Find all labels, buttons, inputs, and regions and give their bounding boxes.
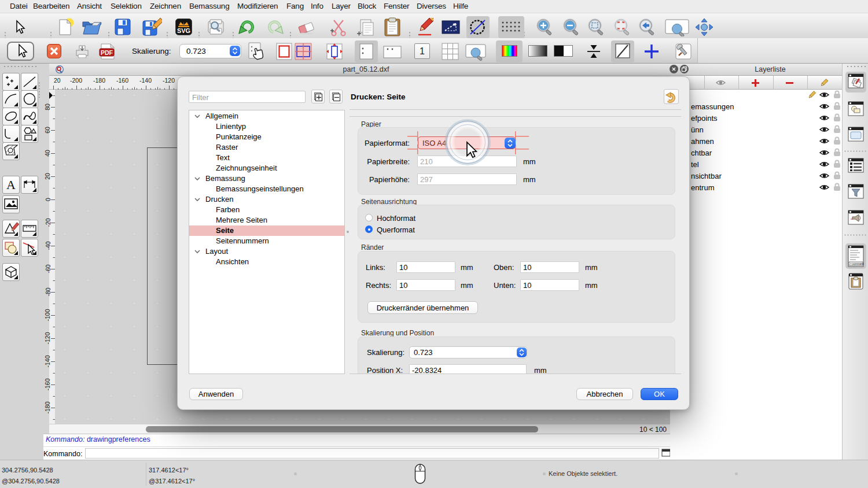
svg-text:A: A [6,178,16,192]
svg-text:> command: > command [850,263,864,265]
svg-text:SVG: SVG [177,27,190,34]
svg-text:PDF: PDF [101,49,113,56]
